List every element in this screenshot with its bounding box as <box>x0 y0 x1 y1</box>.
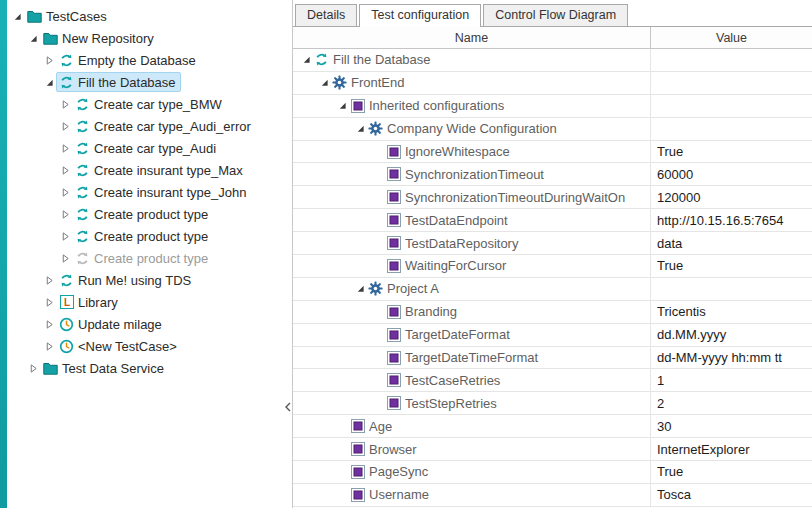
config-value-cell[interactable]: 2 <box>651 392 812 414</box>
config-value-cell[interactable] <box>651 118 812 140</box>
config-value-cell[interactable]: 120000 <box>651 186 812 208</box>
config-row[interactable]: IgnoreWhitespace True <box>293 141 812 164</box>
config-name-cell[interactable]: Project A <box>293 278 651 300</box>
tree-item[interactable]: Create product type <box>7 203 283 225</box>
column-header-value[interactable]: Value <box>651 27 812 48</box>
config-row[interactable]: TestDataRepository data <box>293 232 812 255</box>
config-row[interactable]: Company Wide Configuration <box>293 118 812 141</box>
tree-item-content[interactable]: Fill the Database <box>56 72 181 92</box>
config-value-cell[interactable] <box>651 72 812 94</box>
config-row[interactable]: TestDataEndpoint http://10.15.16.5:7654 <box>293 209 812 232</box>
config-value-cell[interactable]: data <box>651 232 812 254</box>
expand-expander-icon[interactable] <box>42 295 56 309</box>
collapse-expander-icon[interactable] <box>42 75 56 89</box>
tree-item[interactable]: Fill the Database <box>7 71 283 93</box>
config-name-cell[interactable]: Branding <box>293 301 651 323</box>
config-value-cell[interactable]: Tosca <box>651 484 812 506</box>
config-value-cell[interactable]: 60000 <box>651 163 812 185</box>
expand-expander-icon[interactable] <box>58 119 72 133</box>
config-row[interactable]: Age 30 <box>293 415 812 438</box>
expand-expander-icon[interactable] <box>58 97 72 111</box>
config-row[interactable]: TargetDateTimeFormat dd-MM-yyyy hh:mm tt <box>293 347 812 370</box>
config-name-cell[interactable]: Browser <box>293 438 651 460</box>
tree-item[interactable]: Create product type <box>7 225 283 247</box>
collapse-expander-icon[interactable] <box>335 99 349 113</box>
config-name-cell[interactable]: TestDataRepository <box>293 232 651 254</box>
config-name-cell[interactable]: TargetDateTimeFormat <box>293 347 651 369</box>
collapse-expander-icon[interactable] <box>317 76 331 90</box>
tree-item[interactable]: Create car type_Audi <box>7 137 283 159</box>
tree-item-content[interactable]: Create car type_Audi_error <box>72 116 256 136</box>
config-name-cell[interactable]: Company Wide Configuration <box>293 118 651 140</box>
tree-item-content[interactable]: TestCases <box>24 6 112 26</box>
panel-splitter[interactable] <box>283 0 293 508</box>
tree-item-content[interactable]: <New TestCase> <box>56 336 182 356</box>
tab-details[interactable]: Details <box>295 4 357 26</box>
tree-item-content[interactable]: Run Me! using TDS <box>56 270 196 290</box>
expand-expander-icon[interactable] <box>42 273 56 287</box>
collapse-expander-icon[interactable] <box>299 53 313 67</box>
tree-item-content[interactable]: Create car type_BMW <box>72 94 227 114</box>
config-row[interactable]: Fill the Database <box>293 49 812 72</box>
tree-item-content[interactable]: Empty the Database <box>56 50 201 70</box>
config-name-cell[interactable]: PageSync <box>293 461 651 483</box>
config-name-cell[interactable]: Username <box>293 484 651 506</box>
tab-test-configuration[interactable]: Test configuration <box>359 4 481 27</box>
config-name-cell[interactable]: SynchronizationTimeoutDuringWaitOn <box>293 186 651 208</box>
tree-item[interactable]: TestCases <box>7 5 283 27</box>
expand-expander-icon[interactable] <box>58 163 72 177</box>
tree-item[interactable]: Create insurant type_John <box>7 181 283 203</box>
expand-expander-icon[interactable] <box>58 251 72 265</box>
tree-item-content[interactable]: Update milage <box>56 314 167 334</box>
config-name-cell[interactable]: SynchronizationTimeout <box>293 163 651 185</box>
config-name-cell[interactable]: FrontEnd <box>293 72 651 94</box>
config-value-cell[interactable]: dd-MM-yyyy hh:mm tt <box>651 347 812 369</box>
collapse-expander-icon[interactable] <box>26 31 40 45</box>
config-value-cell[interactable] <box>651 278 812 300</box>
tree-item[interactable]: Empty the Database <box>7 49 283 71</box>
config-value-cell[interactable]: 30 <box>651 415 812 437</box>
config-name-cell[interactable]: TestDataEndpoint <box>293 209 651 231</box>
tree-item-content[interactable]: Create insurant type_Max <box>72 160 248 180</box>
config-value-cell[interactable]: InternetExplorer <box>651 438 812 460</box>
tab-control-flow-diagram[interactable]: Control Flow Diagram <box>483 4 628 26</box>
tree-item[interactable]: Update milage <box>7 313 283 335</box>
expand-expander-icon[interactable] <box>58 141 72 155</box>
expand-expander-icon[interactable] <box>58 229 72 243</box>
config-row[interactable]: WaitingForCursor True <box>293 255 812 278</box>
tree-item[interactable]: Create car type_BMW <box>7 93 283 115</box>
tree-item[interactable]: Create car type_Audi_error <box>7 115 283 137</box>
config-row[interactable]: Project A <box>293 278 812 301</box>
tree-item-content[interactable]: Create product type <box>72 248 213 268</box>
tree-item-content[interactable]: Create insurant type_John <box>72 182 251 202</box>
column-header-name[interactable]: Name <box>293 27 651 48</box>
config-name-cell[interactable]: Inherited configurations <box>293 95 651 117</box>
config-row[interactable]: Browser InternetExplorer <box>293 438 812 461</box>
config-name-cell[interactable]: TargetDateFormat <box>293 324 651 346</box>
config-value-cell[interactable] <box>651 95 812 117</box>
config-value-cell[interactable]: dd.MM.yyyy <box>651 324 812 346</box>
tree-item-content[interactable]: New Repository <box>40 28 159 48</box>
config-name-cell[interactable]: WaitingForCursor <box>293 255 651 277</box>
config-row[interactable]: Branding Tricentis <box>293 301 812 324</box>
tree-item[interactable]: Run Me! using TDS <box>7 269 283 291</box>
config-row[interactable]: PageSync True <box>293 461 812 484</box>
config-row[interactable]: TestStepRetries 2 <box>293 392 812 415</box>
tree-item-content[interactable]: Create car type_Audi <box>72 138 221 158</box>
config-value-cell[interactable]: Tricentis <box>651 301 812 323</box>
tree-item[interactable]: New Repository <box>7 27 283 49</box>
expand-expander-icon[interactable] <box>42 339 56 353</box>
config-row[interactable]: Username Tosca <box>293 484 812 507</box>
config-name-cell[interactable]: TestCaseRetries <box>293 369 651 391</box>
config-value-cell[interactable]: 1 <box>651 369 812 391</box>
config-row[interactable]: FrontEnd <box>293 72 812 95</box>
expand-expander-icon[interactable] <box>42 53 56 67</box>
tree-item-content[interactable]: Create product type <box>72 226 213 246</box>
collapse-expander-icon[interactable] <box>10 9 24 23</box>
tree-item[interactable]: L Library <box>7 291 283 313</box>
config-row[interactable]: TestCaseRetries 1 <box>293 369 812 392</box>
config-name-cell[interactable]: IgnoreWhitespace <box>293 141 651 163</box>
expand-expander-icon[interactable] <box>26 361 40 375</box>
config-name-cell[interactable]: Age <box>293 415 651 437</box>
config-value-cell[interactable]: http://10.15.16.5:7654 <box>651 209 812 231</box>
